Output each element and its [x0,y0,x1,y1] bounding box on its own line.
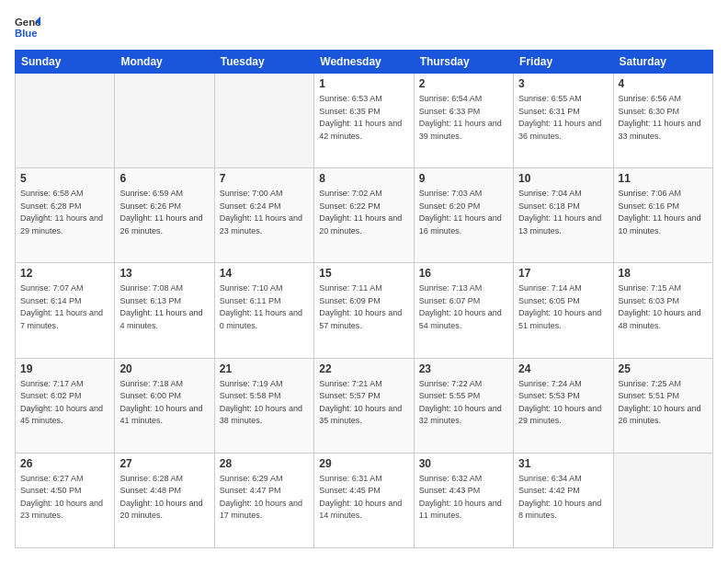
logo: General Blue [15,15,40,40]
calendar-cell: 3Sunrise: 6:55 AMSunset: 6:31 PMDaylight… [514,74,613,168]
day-info: Sunrise: 7:11 AMSunset: 6:09 PMDaylight:… [319,282,408,332]
day-number: 13 [119,267,209,280]
day-number: 4 [619,77,708,90]
day-number: 16 [419,267,508,280]
calendar-cell: 28Sunrise: 6:29 AMSunset: 4:47 PMDayligh… [214,453,313,547]
day-info: Sunrise: 7:14 AMSunset: 6:05 PMDaylight:… [518,282,608,332]
svg-text:Blue: Blue [15,28,38,39]
day-number: 28 [220,457,309,470]
day-info: Sunrise: 7:03 AMSunset: 6:20 PMDaylight:… [419,188,508,237]
weekday-header-tuesday: Tuesday [214,51,313,74]
day-number: 30 [419,457,508,470]
calendar-cell: 27Sunrise: 6:28 AMSunset: 4:48 PMDayligh… [115,453,214,547]
day-number: 8 [319,172,408,185]
day-number: 27 [119,457,209,470]
day-info: Sunrise: 7:22 AMSunset: 5:55 PMDaylight:… [419,378,508,428]
week-row-5: 26Sunrise: 6:27 AMSunset: 4:50 PMDayligh… [16,453,713,547]
calendar-cell: 11Sunrise: 7:06 AMSunset: 6:16 PMDayligh… [613,168,712,263]
calendar-cell: 26Sunrise: 6:27 AMSunset: 4:50 PMDayligh… [16,453,115,547]
calendar-cell: 24Sunrise: 7:24 AMSunset: 5:53 PMDayligh… [514,358,613,453]
day-number: 23 [419,362,508,375]
calendar-cell: 8Sunrise: 7:02 AMSunset: 6:22 PMDaylight… [314,168,414,263]
day-number: 6 [119,172,209,185]
day-info: Sunrise: 7:00 AMSunset: 6:24 PMDaylight:… [220,188,309,237]
day-info: Sunrise: 7:24 AMSunset: 5:53 PMDaylight:… [518,378,608,428]
calendar-cell: 12Sunrise: 7:07 AMSunset: 6:14 PMDayligh… [16,263,115,358]
page: General Blue SundayMondayTuesdayWednesda… [0,0,728,563]
week-row-2: 5Sunrise: 6:58 AMSunset: 6:28 PMDaylight… [16,168,713,263]
calendar-cell: 22Sunrise: 7:21 AMSunset: 5:57 PMDayligh… [314,358,414,453]
day-number: 18 [619,267,708,280]
weekday-header-wednesday: Wednesday [314,51,414,74]
day-info: Sunrise: 6:32 AMSunset: 4:43 PMDaylight:… [419,473,508,523]
day-number: 10 [518,172,608,185]
weekday-header-monday: Monday [115,51,214,74]
day-info: Sunrise: 7:19 AMSunset: 5:58 PMDaylight:… [220,378,309,428]
day-number: 9 [419,172,508,185]
day-info: Sunrise: 7:21 AMSunset: 5:57 PMDaylight:… [319,378,408,428]
day-number: 20 [119,362,209,375]
day-number: 19 [20,362,109,375]
day-number: 5 [20,172,109,185]
day-info: Sunrise: 6:28 AMSunset: 4:48 PMDaylight:… [119,473,209,523]
calendar-cell [613,453,712,547]
day-number: 3 [518,77,608,90]
svg-text:General: General [15,17,40,28]
day-number: 26 [20,457,109,470]
logo-icon: General Blue [15,15,40,40]
day-info: Sunrise: 7:06 AMSunset: 6:16 PMDaylight:… [619,188,708,237]
week-row-4: 19Sunrise: 7:17 AMSunset: 6:02 PMDayligh… [16,358,713,453]
day-number: 7 [220,172,309,185]
day-info: Sunrise: 6:53 AMSunset: 6:35 PMDaylight:… [319,93,408,143]
header: General Blue [15,15,713,40]
day-info: Sunrise: 7:15 AMSunset: 6:03 PMDaylight:… [619,282,708,332]
calendar-cell: 15Sunrise: 7:11 AMSunset: 6:09 PMDayligh… [314,263,414,358]
day-info: Sunrise: 7:17 AMSunset: 6:02 PMDaylight:… [20,378,109,428]
day-info: Sunrise: 7:08 AMSunset: 6:13 PMDaylight:… [119,282,209,332]
day-info: Sunrise: 7:25 AMSunset: 5:51 PMDaylight:… [619,378,708,428]
calendar-cell: 6Sunrise: 6:59 AMSunset: 6:26 PMDaylight… [115,168,214,263]
calendar-cell: 2Sunrise: 6:54 AMSunset: 6:33 PMDaylight… [414,74,513,168]
weekday-header-friday: Friday [514,51,613,74]
calendar-cell: 5Sunrise: 6:58 AMSunset: 6:28 PMDaylight… [16,168,115,263]
day-info: Sunrise: 6:58 AMSunset: 6:28 PMDaylight:… [20,188,109,237]
day-info: Sunrise: 6:34 AMSunset: 4:42 PMDaylight:… [518,473,608,523]
week-row-1: 1Sunrise: 6:53 AMSunset: 6:35 PMDaylight… [16,74,713,168]
day-number: 25 [619,362,708,375]
day-number: 2 [419,77,508,90]
weekday-header-thursday: Thursday [414,51,513,74]
day-number: 15 [319,267,408,280]
day-info: Sunrise: 7:13 AMSunset: 6:07 PMDaylight:… [419,282,508,332]
calendar-cell: 25Sunrise: 7:25 AMSunset: 5:51 PMDayligh… [613,358,712,453]
calendar-table: SundayMondayTuesdayWednesdayThursdayFrid… [15,50,713,548]
day-number: 21 [220,362,309,375]
calendar-cell: 13Sunrise: 7:08 AMSunset: 6:13 PMDayligh… [115,263,214,358]
day-info: Sunrise: 6:29 AMSunset: 4:47 PMDaylight:… [220,473,309,523]
calendar-cell: 16Sunrise: 7:13 AMSunset: 6:07 PMDayligh… [414,263,513,358]
day-number: 22 [319,362,408,375]
day-info: Sunrise: 7:02 AMSunset: 6:22 PMDaylight:… [319,188,408,237]
day-info: Sunrise: 7:07 AMSunset: 6:14 PMDaylight:… [20,282,109,332]
calendar-cell: 21Sunrise: 7:19 AMSunset: 5:58 PMDayligh… [214,358,313,453]
day-info: Sunrise: 6:31 AMSunset: 4:45 PMDaylight:… [319,473,408,523]
calendar-cell: 9Sunrise: 7:03 AMSunset: 6:20 PMDaylight… [414,168,513,263]
calendar-cell: 10Sunrise: 7:04 AMSunset: 6:18 PMDayligh… [514,168,613,263]
day-info: Sunrise: 7:18 AMSunset: 6:00 PMDaylight:… [119,378,209,428]
day-info: Sunrise: 7:10 AMSunset: 6:11 PMDaylight:… [220,282,309,332]
calendar-cell: 31Sunrise: 6:34 AMSunset: 4:42 PMDayligh… [514,453,613,547]
calendar-cell: 20Sunrise: 7:18 AMSunset: 6:00 PMDayligh… [115,358,214,453]
calendar-cell: 4Sunrise: 6:56 AMSunset: 6:30 PMDaylight… [613,74,712,168]
day-info: Sunrise: 6:59 AMSunset: 6:26 PMDaylight:… [119,188,209,237]
calendar-cell: 23Sunrise: 7:22 AMSunset: 5:55 PMDayligh… [414,358,513,453]
day-info: Sunrise: 6:56 AMSunset: 6:30 PMDaylight:… [619,93,708,143]
day-number: 24 [518,362,608,375]
week-row-3: 12Sunrise: 7:07 AMSunset: 6:14 PMDayligh… [16,263,713,358]
day-number: 11 [619,172,708,185]
weekday-header-saturday: Saturday [613,51,712,74]
calendar-cell [16,74,115,168]
calendar-cell: 14Sunrise: 7:10 AMSunset: 6:11 PMDayligh… [214,263,313,358]
calendar-cell: 19Sunrise: 7:17 AMSunset: 6:02 PMDayligh… [16,358,115,453]
day-number: 12 [20,267,109,280]
calendar-cell: 7Sunrise: 7:00 AMSunset: 6:24 PMDaylight… [214,168,313,263]
calendar-cell [115,74,214,168]
